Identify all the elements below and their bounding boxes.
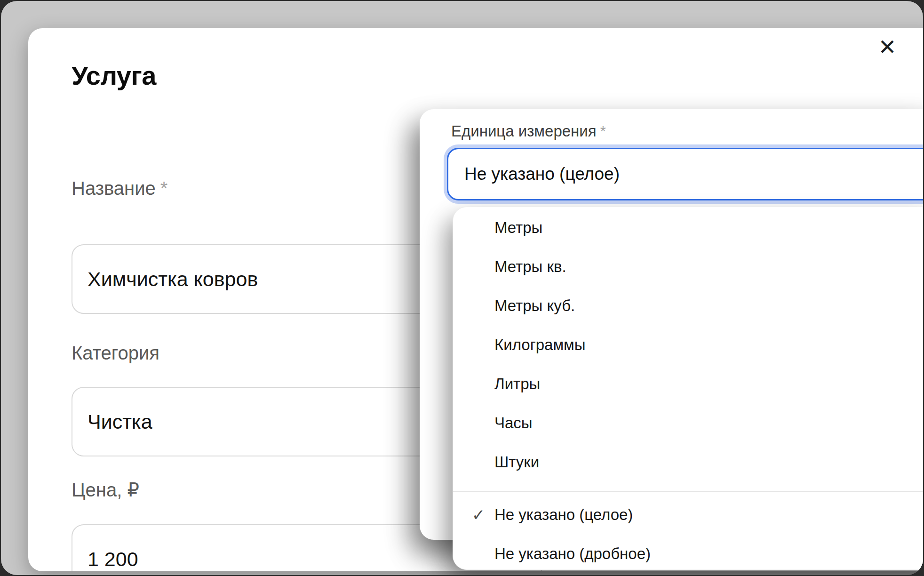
price-field-label: Цена, ₽ bbox=[72, 479, 139, 501]
close-button[interactable]: ✕ bbox=[875, 35, 900, 59]
unit-select-label: Единица измерения* bbox=[451, 122, 606, 140]
option-ne-ukazano-tseloe[interactable]: ✓ Не указано (целое) bbox=[453, 495, 923, 534]
option-litry[interactable]: Литры bbox=[453, 364, 923, 403]
screen-background: Услуга ✕ Название* Химчистка ковров Кате… bbox=[1, 1, 923, 575]
close-icon: ✕ bbox=[878, 36, 897, 58]
unit-select[interactable]: Не указано (целое) bbox=[447, 148, 923, 200]
option-shtuki[interactable]: Штуки bbox=[453, 442, 923, 481]
check-icon: ✓ bbox=[467, 505, 490, 524]
options-divider bbox=[453, 491, 923, 492]
required-asterisk: * bbox=[600, 123, 606, 140]
option-chasy[interactable]: Часы bbox=[453, 403, 923, 442]
option-metry-kv[interactable]: Метры кв. bbox=[453, 247, 923, 286]
name-field-label: Название* bbox=[72, 178, 167, 199]
unit-select-value: Не указано (целое) bbox=[464, 164, 620, 184]
category-field-label: Категория bbox=[72, 343, 159, 364]
option-metry-kub[interactable]: Метры куб. bbox=[453, 286, 923, 325]
option-metry[interactable]: Метры bbox=[453, 208, 923, 247]
page-title: Услуга bbox=[72, 60, 156, 91]
category-field-value: Чистка bbox=[88, 410, 152, 433]
required-asterisk: * bbox=[160, 178, 168, 199]
price-field-value: 1 200 bbox=[88, 548, 138, 571]
option-ne-ukazano-drobnoe[interactable]: Не указано (дробное) bbox=[453, 534, 923, 570]
name-field-value: Химчистка ковров bbox=[88, 268, 258, 291]
unit-options-dropdown: Метры Метры кв. Метры куб. Килограммы Ли… bbox=[453, 207, 923, 570]
option-kilogrammy[interactable]: Килограммы bbox=[453, 325, 923, 364]
